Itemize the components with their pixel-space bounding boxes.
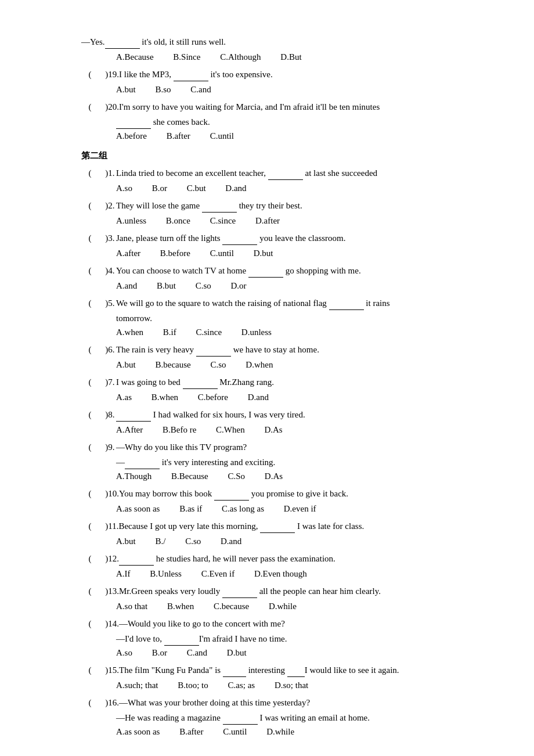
q19-num: )19. bbox=[99, 67, 119, 81]
s2q13-opt-c: C.because bbox=[214, 599, 249, 613]
s2q4-opt-d: D.or bbox=[231, 279, 247, 293]
q19-paren: ( bbox=[81, 67, 99, 81]
s2q3-line: ( )3. Jane, please turn off the lights y… bbox=[81, 231, 488, 245]
s2q2-opt-d: D.after bbox=[255, 214, 280, 228]
s2q11-text: Because I got up very late this morning,… bbox=[118, 519, 488, 533]
q19-opt-b: B.so bbox=[156, 82, 171, 96]
s2q1-options: A.so B.or C.but D.and bbox=[81, 181, 488, 195]
s2q15-paren: ( bbox=[81, 663, 99, 677]
s2q5-opt-b: B.if bbox=[163, 325, 176, 339]
s2q1-text: Linda tried to become an excellent teach… bbox=[116, 166, 488, 180]
s2q7-opt-b: B.when bbox=[151, 390, 178, 404]
s2q9-opt-a: A.Though bbox=[116, 469, 151, 483]
s2q8-text: I had walked for six hours, I was very t… bbox=[116, 408, 488, 422]
s2q1-line: ( )1. Linda tried to become an excellent… bbox=[81, 166, 488, 180]
s2q3-opt-b: B.before bbox=[160, 246, 190, 260]
s2q12-opt-c: C.Even if bbox=[201, 567, 235, 581]
s2q3-options: A.after B.before C.until D.but bbox=[81, 246, 488, 260]
s2q8-options: A.After B.Befo re C.When D.As bbox=[81, 423, 488, 437]
s2q11-opt-a: A.but bbox=[116, 534, 136, 548]
s2q15-line: ( )15. The film "Kung Fu Panda" is inter… bbox=[81, 663, 488, 677]
s2-question-6: ( )6. The rain is very heavy we have to … bbox=[81, 343, 488, 372]
s2q11-num: )11. bbox=[99, 519, 118, 533]
q20-text: I'm sorry to have you waiting for Marcia… bbox=[119, 100, 488, 114]
s2q11-paren: ( bbox=[81, 519, 99, 533]
s2q11-opt-b: B./ bbox=[156, 534, 166, 548]
s2q15-text: The film "Kung Fu Panda" is interesting … bbox=[119, 663, 488, 677]
page-content: —Yes. it's old, it still runs well. A.Be… bbox=[81, 35, 488, 756]
s2q13-line: ( )13. Mr.Green speaks very loudly all t… bbox=[81, 584, 488, 598]
s2q6-opt-d: D.when bbox=[246, 358, 273, 372]
s2-question-11: ( )11. Because I got up very late this m… bbox=[81, 519, 488, 548]
q20-line: ( )20. I'm sorry to have you waiting for… bbox=[81, 100, 488, 114]
s2q1-opt-d: D.and bbox=[225, 181, 246, 195]
s2q13-opt-d: D.while bbox=[269, 599, 297, 613]
s2q4-opt-a: A.and bbox=[116, 279, 137, 293]
q20-paren: ( bbox=[81, 100, 99, 114]
s2q13-opt-a: A.so that bbox=[116, 599, 147, 613]
q20-opt-a: A.before bbox=[116, 129, 147, 143]
s2q13-options: A.so that B.when C.because D.while bbox=[81, 599, 488, 613]
s2q16-opt-d: D.while bbox=[266, 725, 294, 739]
s2q10-opt-b: B.as if bbox=[179, 502, 202, 516]
s2q15-options: A.such; that B.too; to C.as; as D.so; th… bbox=[81, 678, 488, 692]
q19-options: A.but B.so C.and bbox=[81, 82, 488, 96]
s2q12-line: ( )12. he studies hard, he will never pa… bbox=[81, 552, 488, 566]
s2q3-paren: ( bbox=[81, 231, 99, 245]
s2q14-opt-b: B.or bbox=[152, 646, 167, 660]
intro-block: —Yes. it's old, it still runs well. A.Be… bbox=[81, 35, 488, 64]
q19-text: I like the MP3, it's too expensive. bbox=[119, 67, 488, 81]
s2q6-opt-a: A.but bbox=[116, 358, 136, 372]
s2q5-opt-c: C.since bbox=[196, 325, 222, 339]
q20-options: A.before B.after C.until bbox=[81, 129, 488, 143]
s2q5-opt-a: A.when bbox=[116, 325, 143, 339]
s2q14-line: ( )14. —Would you like to go to the conc… bbox=[81, 617, 488, 631]
s2q13-opt-b: B.when bbox=[167, 599, 194, 613]
s2q9-opt-d: D.As bbox=[265, 469, 283, 483]
s2q7-paren: ( bbox=[81, 375, 99, 389]
s2q7-num: )7. bbox=[99, 375, 116, 389]
s2q6-opt-c: C.so bbox=[210, 358, 226, 372]
s2q7-text: I was going to bed Mr.Zhang rang. bbox=[116, 375, 488, 389]
option-a: A.Because bbox=[116, 50, 154, 64]
q20-num: )20. bbox=[99, 100, 119, 114]
s2q6-opt-b: B.because bbox=[156, 358, 191, 372]
s2-question-7: ( )7. I was going to bed Mr.Zhang rang. … bbox=[81, 375, 488, 404]
s2q5-continuation: tomorrow. bbox=[81, 311, 488, 325]
s2q14-opt-d: D.but bbox=[227, 646, 247, 660]
s2q4-options: A.and B.but C.so D.or bbox=[81, 279, 488, 293]
s2q14-opt-a: A.so bbox=[116, 646, 132, 660]
s2q15-opt-b: B.too; to bbox=[178, 678, 208, 692]
s2q6-line: ( )6. The rain is very heavy we have to … bbox=[81, 343, 488, 357]
s2q3-opt-d: D.but bbox=[254, 246, 273, 260]
s2q2-opt-a: A.unless bbox=[116, 214, 146, 228]
s2q8-opt-c: C.When bbox=[216, 423, 245, 437]
s2q2-opt-c: C.since bbox=[210, 214, 236, 228]
s2q8-opt-b: B.Befo re bbox=[163, 423, 196, 437]
s2q9-text: —Why do you like this TV program? bbox=[116, 440, 488, 454]
s2q9-line: ( )9. —Why do you like this TV program? bbox=[81, 440, 488, 454]
s2q6-paren: ( bbox=[81, 343, 99, 357]
s2q1-opt-c: C.but bbox=[187, 181, 206, 195]
q19-opt-a: A.but bbox=[116, 82, 136, 96]
s2q14-num: )14. bbox=[99, 617, 119, 631]
s2q8-num: )8. bbox=[99, 408, 116, 422]
s2q2-num: )2. bbox=[99, 199, 116, 213]
question-20: ( )20. I'm sorry to have you waiting for… bbox=[81, 100, 488, 143]
s2q6-num: )6. bbox=[99, 343, 116, 357]
s2-question-1: ( )1. Linda tried to become an excellent… bbox=[81, 166, 488, 195]
s2q12-paren: ( bbox=[81, 552, 99, 566]
s2q3-text: Jane, please turn off the lights you lea… bbox=[116, 231, 488, 245]
s2q8-opt-a: A.After bbox=[116, 423, 143, 437]
s2q4-paren: ( bbox=[81, 264, 99, 278]
s2q14-options: A.so B.or C.and D.but bbox=[81, 646, 488, 660]
s2-question-5: ( )5. We will go to the square to watch … bbox=[81, 296, 488, 339]
s2q13-paren: ( bbox=[81, 584, 99, 598]
s2q5-paren: ( bbox=[81, 296, 99, 310]
s2q12-opt-b: B.Unless bbox=[150, 567, 182, 581]
s2q8-opt-d: D.As bbox=[264, 423, 282, 437]
s2q15-opt-a: A.such; that bbox=[116, 678, 158, 692]
s2q5-options: A.when B.if C.since D.unless bbox=[81, 325, 488, 339]
option-c: C.Although bbox=[220, 50, 261, 64]
s2q2-opt-b: B.once bbox=[166, 214, 190, 228]
